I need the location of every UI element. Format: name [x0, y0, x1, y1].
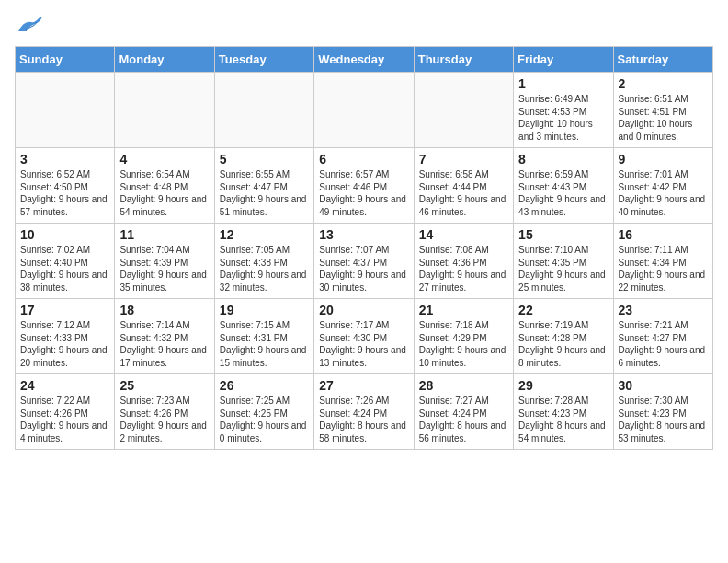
day-info: Sunrise: 7:23 AM Sunset: 4:26 PM Dayligh… [119, 395, 209, 444]
day-info: Sunrise: 7:14 AM Sunset: 4:32 PM Dayligh… [119, 319, 209, 369]
day-number: 29 [518, 378, 608, 393]
calendar-cell [214, 73, 313, 148]
calendar-cell: 7Sunrise: 6:58 AM Sunset: 4:44 PM Daylig… [414, 148, 513, 224]
calendar-week-5: 24Sunrise: 7:22 AM Sunset: 4:26 PM Dayli… [16, 374, 713, 450]
day-number: 21 [419, 303, 508, 317]
calendar-cell: 3Sunrise: 6:52 AM Sunset: 4:50 PM Daylig… [16, 148, 115, 224]
day-number: 8 [518, 152, 608, 167]
day-number: 18 [119, 303, 209, 317]
day-info: Sunrise: 7:26 AM Sunset: 4:24 PM Dayligh… [319, 395, 408, 444]
calendar-cell: 27Sunrise: 7:26 AM Sunset: 4:24 PM Dayli… [314, 374, 414, 450]
calendar-cell: 22Sunrise: 7:19 AM Sunset: 4:28 PM Dayli… [514, 299, 613, 374]
day-number: 16 [619, 227, 708, 242]
day-info: Sunrise: 6:57 AM Sunset: 4:46 PM Dayligh… [319, 168, 408, 218]
logo-text-general [15, 15, 42, 39]
calendar-cell: 6Sunrise: 6:57 AM Sunset: 4:46 PM Daylig… [314, 148, 414, 224]
day-info: Sunrise: 7:05 AM Sunset: 4:38 PM Dayligh… [220, 244, 309, 293]
calendar-cell [115, 73, 214, 148]
day-number: 1 [518, 76, 608, 91]
day-number: 10 [20, 227, 109, 242]
calendar-cell: 9Sunrise: 7:01 AM Sunset: 4:42 PM Daylig… [613, 148, 712, 224]
calendar-cell: 28Sunrise: 7:27 AM Sunset: 4:24 PM Dayli… [414, 374, 513, 450]
day-number: 28 [419, 378, 508, 393]
day-number: 25 [119, 378, 209, 393]
day-info: Sunrise: 7:11 AM Sunset: 4:34 PM Dayligh… [619, 244, 708, 293]
day-number: 3 [20, 152, 109, 167]
day-info: Sunrise: 7:22 AM Sunset: 4:26 PM Dayligh… [20, 395, 109, 444]
weekday-header-sunday: Sunday [16, 47, 115, 73]
weekday-header-monday: Monday [115, 47, 214, 73]
day-number: 23 [619, 303, 708, 317]
weekday-header-saturday: Saturday [613, 47, 712, 73]
calendar-cell: 25Sunrise: 7:23 AM Sunset: 4:26 PM Dayli… [115, 374, 214, 450]
calendar-cell: 11Sunrise: 7:04 AM Sunset: 4:39 PM Dayli… [115, 224, 214, 299]
weekday-header-thursday: Thursday [414, 47, 513, 73]
calendar-table: SundayMondayTuesdayWednesdayThursdayFrid… [15, 46, 713, 450]
day-number: 22 [518, 303, 608, 317]
day-info: Sunrise: 7:07 AM Sunset: 4:37 PM Dayligh… [319, 244, 408, 293]
calendar-cell: 13Sunrise: 7:07 AM Sunset: 4:37 PM Dayli… [314, 224, 414, 299]
calendar-week-2: 3Sunrise: 6:52 AM Sunset: 4:50 PM Daylig… [16, 148, 713, 224]
page-header [15, 15, 713, 39]
day-number: 7 [419, 152, 508, 167]
calendar-cell: 23Sunrise: 7:21 AM Sunset: 4:27 PM Dayli… [613, 299, 712, 374]
calendar-header-row: SundayMondayTuesdayWednesdayThursdayFrid… [16, 47, 713, 73]
calendar-cell: 15Sunrise: 7:10 AM Sunset: 4:35 PM Dayli… [514, 224, 613, 299]
day-info: Sunrise: 6:49 AM Sunset: 4:53 PM Dayligh… [518, 93, 608, 143]
calendar-cell: 16Sunrise: 7:11 AM Sunset: 4:34 PM Dayli… [613, 224, 712, 299]
logo-bird-icon [17, 15, 42, 35]
day-number: 2 [619, 76, 708, 91]
day-info: Sunrise: 7:01 AM Sunset: 4:42 PM Dayligh… [619, 168, 708, 218]
calendar-cell: 29Sunrise: 7:28 AM Sunset: 4:23 PM Dayli… [514, 374, 613, 450]
day-info: Sunrise: 6:52 AM Sunset: 4:50 PM Dayligh… [20, 168, 109, 218]
day-number: 5 [220, 152, 309, 167]
day-info: Sunrise: 7:21 AM Sunset: 4:27 PM Dayligh… [619, 319, 708, 369]
calendar-cell: 14Sunrise: 7:08 AM Sunset: 4:36 PM Dayli… [414, 224, 513, 299]
day-number: 9 [619, 152, 708, 167]
calendar-cell [16, 73, 115, 148]
day-info: Sunrise: 7:04 AM Sunset: 4:39 PM Dayligh… [119, 244, 209, 293]
day-number: 11 [119, 227, 209, 242]
day-info: Sunrise: 7:30 AM Sunset: 4:23 PM Dayligh… [619, 395, 708, 444]
calendar-cell: 17Sunrise: 7:12 AM Sunset: 4:33 PM Dayli… [16, 299, 115, 374]
day-number: 26 [220, 378, 309, 393]
calendar-cell: 8Sunrise: 6:59 AM Sunset: 4:43 PM Daylig… [514, 148, 613, 224]
weekday-header-wednesday: Wednesday [314, 47, 414, 73]
day-info: Sunrise: 7:17 AM Sunset: 4:30 PM Dayligh… [319, 319, 408, 369]
day-number: 14 [419, 227, 508, 242]
day-info: Sunrise: 7:28 AM Sunset: 4:23 PM Dayligh… [518, 395, 608, 444]
calendar-week-3: 10Sunrise: 7:02 AM Sunset: 4:40 PM Dayli… [16, 224, 713, 299]
day-number: 17 [20, 303, 109, 317]
day-info: Sunrise: 7:19 AM Sunset: 4:28 PM Dayligh… [518, 319, 608, 369]
day-number: 30 [619, 378, 708, 393]
day-number: 4 [119, 152, 209, 167]
day-number: 24 [20, 378, 109, 393]
day-number: 12 [220, 227, 309, 242]
calendar-cell [414, 73, 513, 148]
calendar-cell: 4Sunrise: 6:54 AM Sunset: 4:48 PM Daylig… [115, 148, 214, 224]
day-info: Sunrise: 7:10 AM Sunset: 4:35 PM Dayligh… [518, 244, 608, 293]
day-info: Sunrise: 6:58 AM Sunset: 4:44 PM Dayligh… [419, 168, 508, 218]
logo [15, 15, 42, 39]
day-info: Sunrise: 6:54 AM Sunset: 4:48 PM Dayligh… [119, 168, 209, 218]
day-info: Sunrise: 7:18 AM Sunset: 4:29 PM Dayligh… [419, 319, 508, 369]
calendar-week-4: 17Sunrise: 7:12 AM Sunset: 4:33 PM Dayli… [16, 299, 713, 374]
day-number: 15 [518, 227, 608, 242]
day-info: Sunrise: 7:27 AM Sunset: 4:24 PM Dayligh… [419, 395, 508, 444]
calendar-cell: 20Sunrise: 7:17 AM Sunset: 4:30 PM Dayli… [314, 299, 414, 374]
calendar-week-1: 1Sunrise: 6:49 AM Sunset: 4:53 PM Daylig… [16, 73, 713, 148]
day-info: Sunrise: 7:02 AM Sunset: 4:40 PM Dayligh… [20, 244, 109, 293]
day-info: Sunrise: 7:15 AM Sunset: 4:31 PM Dayligh… [220, 319, 309, 369]
day-info: Sunrise: 6:59 AM Sunset: 4:43 PM Dayligh… [518, 168, 608, 218]
calendar-cell: 12Sunrise: 7:05 AM Sunset: 4:38 PM Dayli… [214, 224, 313, 299]
calendar-cell: 10Sunrise: 7:02 AM Sunset: 4:40 PM Dayli… [16, 224, 115, 299]
calendar-cell: 5Sunrise: 6:55 AM Sunset: 4:47 PM Daylig… [214, 148, 313, 224]
day-number: 13 [319, 227, 408, 242]
day-info: Sunrise: 6:51 AM Sunset: 4:51 PM Dayligh… [619, 93, 708, 143]
day-info: Sunrise: 6:55 AM Sunset: 4:47 PM Dayligh… [220, 168, 309, 218]
calendar-cell: 26Sunrise: 7:25 AM Sunset: 4:25 PM Dayli… [214, 374, 313, 450]
day-number: 6 [319, 152, 408, 167]
calendar-cell [314, 73, 414, 148]
calendar-cell: 19Sunrise: 7:15 AM Sunset: 4:31 PM Dayli… [214, 299, 313, 374]
calendar-cell: 1Sunrise: 6:49 AM Sunset: 4:53 PM Daylig… [514, 73, 613, 148]
